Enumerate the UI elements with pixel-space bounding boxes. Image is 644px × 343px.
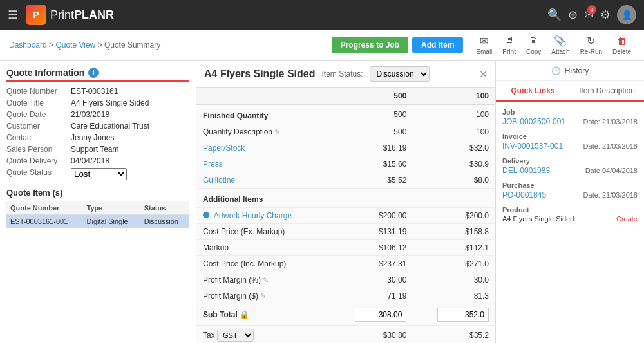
breadcrumb-dashboard[interactable]: Dashboard bbox=[9, 41, 47, 50]
delivery-value: 04/04/2018 bbox=[71, 156, 109, 165]
rerun-toolbar-label: Re-Run bbox=[580, 48, 602, 55]
paper-val1: $16.19 bbox=[331, 140, 413, 156]
row-type: Digital Single bbox=[83, 215, 140, 228]
quote-number-row: Quote Number EST-0003161 bbox=[6, 87, 189, 96]
profit-dollar-label: Profit Margin ($) bbox=[203, 292, 258, 301]
artwork-link[interactable]: Artwork Hourly Charge bbox=[214, 211, 292, 220]
invoice-link[interactable]: INV-0001537-001 bbox=[502, 142, 563, 151]
breadcrumb-quote-view[interactable]: Quote View bbox=[55, 41, 95, 50]
purchase-link[interactable]: PO-0001845 bbox=[502, 190, 546, 199]
guillotine-link[interactable]: Guillotine bbox=[203, 176, 235, 185]
email-icon[interactable]: ✉ 8 bbox=[584, 8, 594, 22]
breadcrumb: Dashboard > Quote View > Quote Summary bbox=[9, 41, 160, 50]
cost-ex-val2: $158.8 bbox=[413, 224, 495, 240]
profit-pct-edit-icon[interactable]: ✎ bbox=[263, 276, 269, 284]
markup-val1: $106.12 bbox=[331, 240, 413, 256]
lock-icon[interactable]: 🔒 bbox=[240, 310, 249, 319]
product-create-link[interactable]: Create bbox=[616, 215, 638, 223]
purchase-date: Date: 21/03/2018 bbox=[583, 191, 638, 199]
job-link[interactable]: JOB-0002500-001 bbox=[502, 117, 565, 126]
delivery-row: DEL-0001983 Date:04/04/2018 bbox=[502, 166, 638, 175]
delivery-link[interactable]: DEL-0001983 bbox=[502, 166, 550, 175]
edit-icon[interactable]: ✎ bbox=[274, 128, 280, 136]
cost-ex-val1: $131.19 bbox=[331, 224, 413, 240]
progress-to-job-button[interactable]: Progress to Job bbox=[332, 37, 408, 53]
status-select[interactable]: Lost Discussion Accepted Rejected bbox=[71, 168, 127, 180]
quote-date-label: Quote Date bbox=[6, 110, 71, 119]
contact-row: Contact Jenny Jones bbox=[6, 133, 189, 142]
attach-toolbar-label: Attach bbox=[551, 48, 569, 55]
col-qty1-header: 500 bbox=[331, 88, 413, 105]
left-panel: Quote Information i Quote Number EST-000… bbox=[0, 61, 196, 343]
breadcrumb-current: Quote Summary bbox=[104, 41, 160, 50]
press-val2: $30.9 bbox=[413, 156, 495, 172]
print-toolbar-button[interactable]: 🖶 Print bbox=[498, 34, 520, 57]
history-button[interactable]: 🕐 History bbox=[496, 61, 644, 81]
job-row: JOB-0002500-001 Date: 21/03/2018 bbox=[502, 117, 638, 126]
status-row: Quote Status Lost Discussion Accepted Re… bbox=[6, 168, 189, 180]
copy-toolbar-button[interactable]: 🗎 Copy bbox=[522, 34, 545, 57]
add-icon[interactable]: ⊕ bbox=[568, 8, 578, 22]
quote-date-value: 21/03/2018 bbox=[71, 110, 109, 119]
email-badge: 8 bbox=[587, 5, 596, 14]
press-link[interactable]: Press bbox=[203, 160, 223, 169]
tax-select[interactable]: GST None bbox=[217, 329, 254, 342]
logo-icon: P bbox=[26, 5, 46, 25]
rerun-toolbar-icon: ↻ bbox=[587, 35, 595, 47]
email-toolbar-button[interactable]: ✉ Email bbox=[472, 33, 496, 57]
profit-dollar-row: Profit Margin ($) ✎ 71.19 81.3 bbox=[196, 288, 495, 304]
rerun-toolbar-button[interactable]: ↻ Re-Run bbox=[576, 33, 606, 57]
delete-toolbar-button[interactable]: 🗑 Delete bbox=[609, 34, 635, 57]
quote-title-value: A4 Flyers Single Sided bbox=[71, 98, 149, 107]
finished-qty-val2: 100 bbox=[413, 105, 495, 124]
top-nav: ☰ P PrintPrintPLANRPLANR 🔍 ⊕ ✉ 8 ⚙ 👤 bbox=[0, 0, 644, 30]
finished-qty-row: Finished Quantity 500 100 bbox=[196, 105, 495, 124]
cost-inc-val2: $271.0 bbox=[413, 256, 495, 272]
product-section: Product A4 Flyers Single Sided: Create bbox=[502, 206, 638, 223]
quote-items-title: Quote Item (s) bbox=[6, 188, 189, 198]
profit-dollar-val1: 71.19 bbox=[331, 288, 413, 304]
table-row[interactable]: EST-0003161-001 Digital Single Discussio… bbox=[6, 215, 189, 228]
profit-dollar-val2: 81.3 bbox=[413, 288, 495, 304]
info-icon[interactable]: i bbox=[88, 68, 99, 78]
item-status-label: Item Status: bbox=[322, 70, 363, 79]
job-date: Date: 21/03/2018 bbox=[583, 118, 638, 125]
profit-dollar-edit-icon[interactable]: ✎ bbox=[260, 292, 266, 300]
cost-ex-label: Cost Price (Ex. Markup) bbox=[196, 224, 331, 240]
profit-pct-row: Profit Margin (%) ✎ 30.00 30.0 bbox=[196, 272, 495, 288]
subtotal-input1[interactable] bbox=[355, 308, 406, 322]
settings-icon[interactable]: ⚙ bbox=[600, 8, 611, 22]
print-toolbar-icon: 🖶 bbox=[504, 35, 515, 47]
customer-value: Care Educational Trust bbox=[71, 122, 149, 131]
press-row: Press $15.60 $30.9 bbox=[196, 156, 495, 172]
customer-label: Customer bbox=[6, 122, 71, 131]
markup-row: Markup $106.12 $112.1 bbox=[196, 240, 495, 256]
col-qty2-header: 100 bbox=[413, 88, 495, 105]
right-tabs: Quick Links Item Description bbox=[496, 81, 644, 102]
tab-item-description[interactable]: Item Description bbox=[570, 81, 644, 100]
invoice-label: Invoice bbox=[502, 133, 638, 140]
quote-items-table: Quote Number Type Status EST-0003161-001… bbox=[6, 201, 189, 228]
salesperson-label: Sales Person bbox=[6, 145, 71, 154]
markup-val2: $112.1 bbox=[413, 240, 495, 256]
tab-quick-links[interactable]: Quick Links bbox=[496, 81, 570, 102]
hamburger-icon[interactable]: ☰ bbox=[8, 8, 18, 22]
status-label: Quote Status bbox=[6, 168, 71, 180]
search-icon[interactable]: 🔍 bbox=[547, 8, 562, 22]
price-table: 500 100 Finished Quantity 500 100 Quanti… bbox=[196, 88, 495, 343]
purchase-section: Purchase PO-0001845 Date: 21/03/2018 bbox=[502, 181, 638, 199]
qty-desc-label: Quantity Description ✎ bbox=[196, 124, 331, 140]
paper-link[interactable]: Paper/Stock bbox=[203, 144, 245, 153]
avatar[interactable]: 👤 bbox=[617, 5, 636, 24]
app-name: PrintPrintPLANRPLANR bbox=[50, 8, 114, 22]
attach-toolbar-button[interactable]: 📎 Attach bbox=[547, 33, 573, 57]
add-item-button[interactable]: Add Item bbox=[412, 37, 463, 53]
copy-toolbar-icon: 🗎 bbox=[529, 35, 539, 47]
tax-label: Tax bbox=[203, 331, 215, 340]
item-status-select[interactable]: Discussion Accepted Rejected bbox=[370, 66, 430, 82]
subtotal-input2[interactable] bbox=[437, 308, 489, 322]
col-status-header: Status bbox=[140, 201, 189, 215]
close-icon[interactable]: ✕ bbox=[479, 68, 488, 80]
copy-toolbar-label: Copy bbox=[526, 48, 541, 55]
paper-row: Paper/Stock $16.19 $32.0 bbox=[196, 140, 495, 156]
